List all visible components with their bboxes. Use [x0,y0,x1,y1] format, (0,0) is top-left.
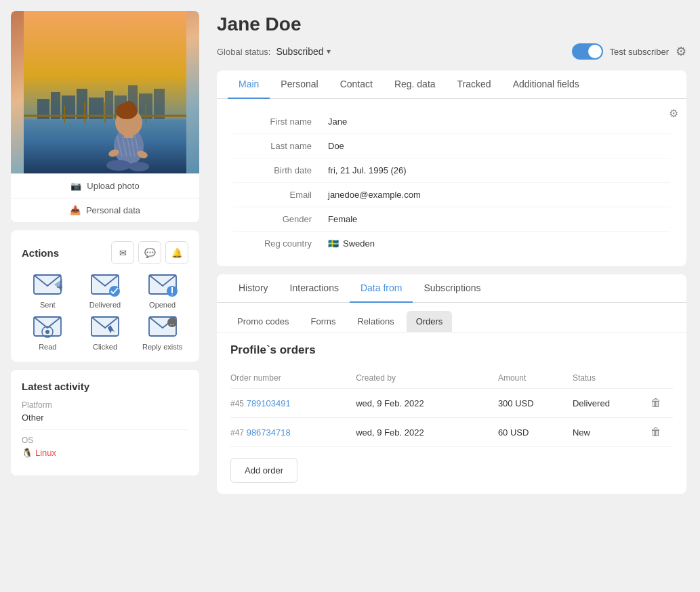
main-tabs-row: Main Personal Contact Reg. data Tracked … [217,70,686,99]
col-actions [651,368,673,389]
field-value-gender: Female [328,214,670,224]
fields-settings-gear[interactable]: ⚙ [669,107,678,120]
order-amount-1: 300 USD [498,389,573,418]
add-order-button[interactable]: Add order [230,458,297,483]
platform-label: Platform [22,400,188,410]
upload-photo-label: Upload photo [87,181,139,191]
field-row-regcountry: Reg country 🇸🇪 Sweden [233,232,670,255]
subtab-promo-codes[interactable]: Promo codes [228,311,299,332]
opened-icon-item[interactable]: Opened [136,272,188,309]
delete-button-1[interactable]: 🗑 [651,397,661,409]
order-link-1[interactable]: 789103491 [247,398,291,408]
field-label-gender: Gender [233,214,328,224]
chat-action-button[interactable]: 💬 [138,241,161,264]
table-row: #47 986734718 wed, 9 Feb. 2022 60 USD Ne… [230,418,673,447]
latest-activity-title: Latest activity [22,381,188,392]
tab-subscriptions[interactable]: Subscriptions [413,274,491,303]
personal-data-button[interactable]: 📥 Personal data [11,198,199,222]
chat-icon: 💬 [144,248,156,258]
svg-point-45 [45,330,49,334]
personal-data-label: Personal data [86,205,140,215]
test-subscriber-label: Test subscriber [610,47,669,57]
email-action-button[interactable]: ✉ [111,241,134,264]
tab-personal[interactable]: Personal [270,70,329,99]
actions-card: Actions ✉ 💬 🔔 [11,230,199,362]
sweden-flag-icon: 🇸🇪 [328,238,339,249]
order-created-2: wed, 9 Feb. 2022 [356,418,498,447]
data-tabs-row: History Interactions Data from Subscript… [217,274,686,303]
field-row-firstname: First name Jane [233,110,670,134]
data-subtabs-row: Promo codes Forms Relations Orders [217,303,686,333]
tab-interactions[interactable]: Interactions [279,274,350,303]
delivered-icon-item[interactable]: Delivered [79,272,131,309]
tab-contact[interactable]: Contact [329,70,384,99]
status-value-text: Subscribed [276,46,324,57]
field-value-firstname: Jane [328,117,670,127]
subtab-orders[interactable]: Orders [407,311,453,332]
clicked-icon-item[interactable]: Clicked [79,314,131,351]
clicked-label: Clicked [93,343,117,351]
order-number-cell-1: #45 789103491 [230,389,356,418]
subtab-forms[interactable]: Forms [302,311,346,332]
global-status-label: Global status: [217,47,271,57]
svg-text:...: ... [169,320,175,326]
subtab-relations[interactable]: Relations [348,311,403,332]
delivered-label: Delivered [89,301,121,309]
profile-card: 📷 Upload photo 📥 Personal data [11,11,199,222]
fields-container: ⚙ First name Jane Last name Doe Birth da… [217,99,686,266]
read-icon-item[interactable]: Read [22,314,74,351]
col-status: Status [573,368,651,389]
status-value-dropdown[interactable]: Subscribed ▾ [276,46,331,57]
profile-image [11,11,199,173]
field-label-firstname: First name [233,117,328,127]
order-delete-2[interactable]: 🗑 [651,418,673,447]
os-label: OS [22,436,188,445]
orders-section-title: Profile`s orders [230,343,673,357]
order-status-1: Delivered [573,389,651,418]
main-content: Jane Doe Global status: Subscribed ▾ Tes… [210,0,700,592]
svg-point-29 [106,160,131,171]
tab-reg-data[interactable]: Reg. data [384,70,447,99]
field-row-lastname: Last name Doe [233,134,670,158]
tab-tracked[interactable]: Tracked [447,70,502,99]
field-label-lastname: Last name [233,141,328,151]
field-label-regcountry: Reg country [233,238,328,249]
order-delete-1[interactable]: 🗑 [651,389,673,418]
tab-additional-fields[interactable]: Additional fields [502,70,590,99]
tab-main[interactable]: Main [228,70,270,99]
tab-history[interactable]: History [228,274,279,303]
read-label: Read [39,343,56,351]
settings-icon[interactable]: ⚙ [676,44,686,59]
reply-exists-icon-item[interactable]: ... Reply exists [136,314,188,351]
data-card: History Interactions Data from Subscript… [217,274,686,494]
order-created-1: wed, 9 Feb. 2022 [356,389,498,418]
field-label-email: Email [233,190,328,200]
svg-rect-1 [24,119,186,173]
test-subscriber-toggle[interactable] [572,43,603,60]
download-icon: 📥 [70,205,81,215]
delete-button-2[interactable]: 🗑 [651,426,661,438]
tab-data-from[interactable]: Data from [350,274,413,303]
order-prefix-2: #47 [230,428,244,438]
table-row: #45 789103491 wed, 9 Feb. 2022 300 USD D… [230,389,673,418]
latest-activity-card: Latest activity Platform Other OS 🐧 Linu… [11,370,199,475]
platform-value: Other [22,413,188,423]
field-label-birthdate: Birth date [233,165,328,175]
opened-label: Opened [149,301,176,309]
order-status-2: New [573,418,651,447]
reply-exists-label: Reply exists [142,343,182,351]
orders-section: Profile`s orders Order number Created by… [217,333,686,494]
bell-action-button[interactable]: 🔔 [165,241,188,264]
os-value: Linux [35,448,56,458]
order-link-2[interactable]: 986734718 [247,427,291,438]
regcountry-text: Sweden [343,238,375,249]
sent-label: Sent [40,301,56,309]
sent-icon-item[interactable]: Sent [22,272,74,309]
status-bar: Global status: Subscribed ▾ Test subscri… [217,43,686,60]
field-value-lastname: Doe [328,141,670,151]
page-title: Jane Doe [217,14,686,35]
col-amount: Amount [498,368,573,389]
upload-photo-button[interactable]: 📷 Upload photo [11,174,199,198]
email-icon: ✉ [119,248,127,258]
bell-icon: 🔔 [171,248,183,258]
